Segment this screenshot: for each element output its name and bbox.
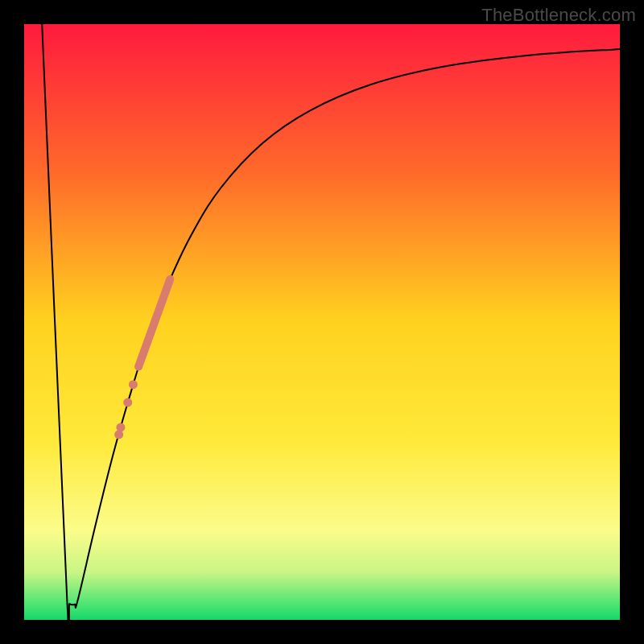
bottleneck-curve [42,24,620,620]
highlight-segment [138,279,170,367]
curve-layer [24,24,620,620]
highlight-dots-point [129,380,138,389]
highlight-dots-point [114,430,123,439]
chart-container: TheBottleneck.com [0,0,644,644]
watermark-text: TheBottleneck.com [481,5,636,26]
plot-area [24,24,620,620]
highlight-dots-point [123,398,132,407]
